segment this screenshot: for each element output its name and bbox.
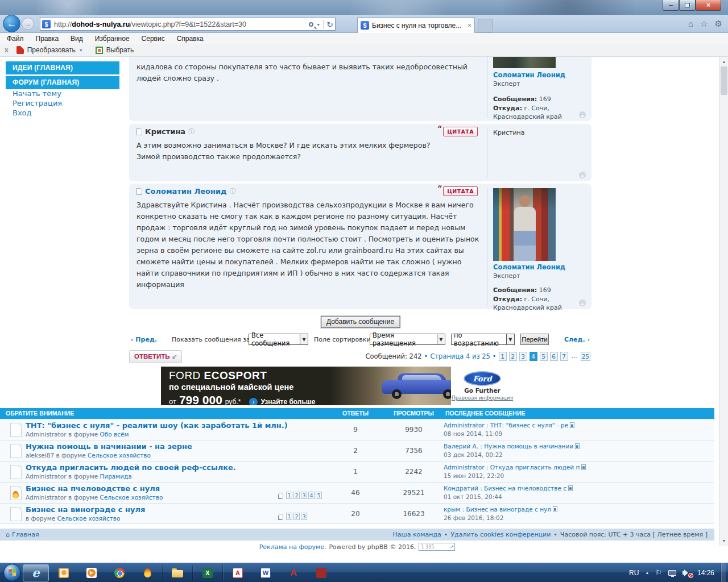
back-to-top-button[interactable]: ▲ xyxy=(579,300,586,306)
browser-tab[interactable]: $ Бизнес с нуля на торговле... × xyxy=(357,17,475,33)
scroll-up-button[interactable]: ▲ xyxy=(719,57,728,66)
addon-close-button[interactable]: x xyxy=(5,46,9,54)
ford-ad-banner[interactable]: FORD ECOSPORT по специальной майской цен… xyxy=(161,367,514,405)
forum-ads-link[interactable]: Реклама на форуме. xyxy=(259,543,326,551)
sidebar-link-registration[interactable]: Регистрация xyxy=(13,99,62,107)
scroll-down-button[interactable]: ▼ xyxy=(719,536,728,546)
convert-dropdown-icon[interactable]: ▼ xyxy=(79,48,83,52)
post-doc-icon[interactable] xyxy=(136,188,142,195)
author-name-link[interactable]: Соломатин Леонид xyxy=(493,263,590,272)
menu-favorites[interactable]: Избранное xyxy=(95,35,130,43)
menu-edit[interactable]: Правка xyxy=(36,35,59,43)
taskbar-outlook-button[interactable] xyxy=(51,564,77,581)
topic-title-link[interactable]: Бизнес на пчеловодстве с нуля xyxy=(26,484,160,493)
go-button[interactable]: Перейти xyxy=(520,334,549,345)
topic-page-link[interactable]: 3 xyxy=(301,513,307,520)
sidebar-item-idei[interactable]: ИДЕИ (ГЛАВНАЯ) xyxy=(6,61,119,74)
taskbar-excel-button[interactable]: X xyxy=(195,564,221,581)
last-post-link[interactable]: Кондратий : Бизнес на пчеловодстве с xyxy=(444,485,566,492)
ad-legal-link[interactable]: Правовая информация xyxy=(452,395,513,401)
forum-link[interactable]: Пирамида xyxy=(100,473,131,480)
sidebar-link-new-topic[interactable]: Начать тему xyxy=(13,89,61,98)
new-tab-button[interactable] xyxy=(478,19,493,32)
goto-last-post-icon[interactable] xyxy=(581,464,586,470)
page-25[interactable]: 25 xyxy=(581,352,590,361)
back-button[interactable]: ← xyxy=(3,15,20,32)
tray-expand-icon[interactable]: ▲ xyxy=(645,571,649,575)
post-author-name-link[interactable]: Соломатин Леонид xyxy=(145,187,227,196)
topic-title-link[interactable]: ТНТ: "бизнес с нуля" - реалити шоу (как … xyxy=(26,421,288,430)
back-to-top-button[interactable]: ▲ xyxy=(579,111,586,118)
language-indicator[interactable]: RU xyxy=(629,569,639,577)
forum-link[interactable]: Сельское хозяйство xyxy=(100,494,163,501)
menu-help[interactable]: Справка xyxy=(177,35,204,43)
favorites-star-icon[interactable]: ☆ xyxy=(700,19,708,29)
home-icon[interactable]: ⌂ xyxy=(688,19,693,29)
forum-link[interactable]: Сельское хозяйство xyxy=(88,452,151,459)
show-desktop-button[interactable] xyxy=(721,563,726,582)
menu-file[interactable]: Файл xyxy=(7,35,24,43)
topic-title-link[interactable]: Откуда пригласить людей по своей реф-ссы… xyxy=(26,463,236,472)
search-dropdown-icon[interactable]: ▼ xyxy=(316,23,320,27)
footer-team-link[interactable]: Наша команда xyxy=(393,531,441,538)
taskbar-media-button[interactable]: ▶ xyxy=(78,564,105,581)
action-center-flag-icon[interactable]: ⚐ xyxy=(655,568,662,577)
avatar[interactable] xyxy=(493,188,556,261)
network-icon[interactable] xyxy=(668,570,676,576)
taskbar-flame-button[interactable] xyxy=(134,564,160,581)
avatar[interactable] xyxy=(493,57,556,68)
last-post-link[interactable]: Валерий А. : Нужна помощь в начинании xyxy=(444,443,573,450)
forum-link[interactable]: Обо всём xyxy=(100,431,129,438)
clock[interactable]: 14:26 xyxy=(697,569,714,577)
footer-cookies-link[interactable]: Удалить cookies конференции xyxy=(450,531,551,538)
taskbar-ie-button[interactable]: e xyxy=(23,564,49,581)
ad-cta-button[interactable]: › Узнайте больше xyxy=(249,398,315,406)
last-post-link[interactable]: Administrator : Откуда пригласить людей … xyxy=(444,464,580,471)
page-5[interactable]: 5 xyxy=(540,352,548,361)
scrollbar-thumb[interactable] xyxy=(721,66,727,95)
page-6[interactable]: 6 xyxy=(550,352,558,361)
select-button[interactable]: Выбрать xyxy=(106,46,134,54)
author-name-link[interactable]: Соломатин Леонид xyxy=(493,70,590,80)
page-1[interactable]: 1 xyxy=(499,352,507,361)
post-doc-icon[interactable] xyxy=(136,128,142,135)
last-post-link[interactable]: Administrator : ТНТ: "бизнес с нуля" - р… xyxy=(444,422,568,429)
prev-page-link[interactable]: ‹ Пред. xyxy=(131,336,157,343)
forum-link[interactable]: Сельское хозяйство xyxy=(57,515,121,522)
menu-view[interactable]: Вид xyxy=(71,35,83,43)
close-button[interactable]: × xyxy=(696,0,721,11)
sidebar-link-login[interactable]: Вход xyxy=(13,109,32,117)
taskbar-autocad-button[interactable]: A xyxy=(280,564,307,581)
quote-button[interactable]: “ЦИТАТА xyxy=(443,127,478,136)
vertical-scrollbar[interactable]: ▲ ▼ xyxy=(719,57,728,546)
taskbar-chrome-button[interactable] xyxy=(106,564,133,581)
goto-last-post-icon[interactable] xyxy=(553,506,557,512)
quote-button[interactable]: “ЦИТАТА xyxy=(443,186,478,196)
topic-page-link[interactable]: 5 xyxy=(316,492,322,499)
last-post-link[interactable]: крым : Бизнес на винограде с нул xyxy=(444,506,551,513)
next-page-link[interactable]: След. › xyxy=(564,336,590,343)
visit-counter[interactable]: 1 335↗ xyxy=(419,543,455,551)
restore-button[interactable] xyxy=(679,0,696,11)
gear-icon[interactable]: ⚙ xyxy=(715,19,722,29)
goto-last-post-icon[interactable] xyxy=(570,422,574,428)
page-4-current[interactable]: 4 xyxy=(530,352,537,361)
volume-muted-icon[interactable] xyxy=(682,569,691,576)
refresh-icon[interactable]: ↻ xyxy=(326,20,333,29)
taskbar-explorer-button[interactable] xyxy=(164,564,191,581)
topic-title-link[interactable]: Нужна помощь в начинании - на зерне xyxy=(26,442,192,451)
tab-close-icon[interactable]: × xyxy=(468,22,471,30)
add-message-button[interactable]: Добавить сообщение xyxy=(321,316,400,328)
taskbar-redapp-button[interactable] xyxy=(308,564,334,581)
info-icon[interactable]: ⓘ xyxy=(188,127,195,136)
sort-order-select[interactable]: по возрастанию ▼ xyxy=(451,334,515,345)
topic-page-link[interactable]: 4 xyxy=(308,492,315,499)
taskbar-word-button[interactable]: W xyxy=(253,564,279,581)
topic-page-link[interactable]: 2 xyxy=(293,492,300,499)
goto-last-post-icon[interactable] xyxy=(568,485,573,491)
topic-title-link[interactable]: Бизнес на винограде с нуля xyxy=(26,505,145,514)
url-input[interactable]: $ http://dohod-s-nulya.ru/viewtopic.php?… xyxy=(40,18,336,31)
convert-button[interactable]: Преобразовать xyxy=(27,46,76,54)
minimize-button[interactable]: – xyxy=(663,0,679,11)
topic-page-link[interactable]: 2 xyxy=(293,513,300,520)
